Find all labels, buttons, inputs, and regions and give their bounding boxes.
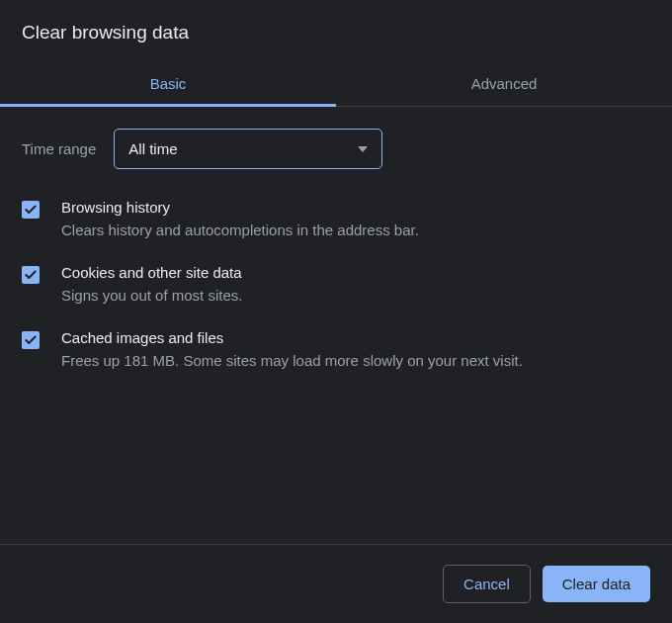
option-cache: Cached images and files Frees up 181 MB.…	[22, 329, 650, 369]
checkbox-cache[interactable]	[22, 331, 40, 349]
checkmark-icon	[24, 268, 38, 282]
option-title: Cookies and other site data	[61, 264, 242, 281]
option-text: Browsing history Clears history and auto…	[61, 199, 419, 238]
tab-basic[interactable]: Basic	[0, 61, 336, 106]
time-range-select[interactable]: All time	[114, 129, 382, 169]
option-desc: Frees up 181 MB. Some sites may load mor…	[61, 352, 523, 369]
option-desc: Signs you out of most sites.	[61, 287, 242, 304]
tab-bar: Basic Advanced	[0, 61, 672, 107]
option-title: Browsing history	[61, 199, 419, 216]
chevron-down-icon	[358, 146, 368, 152]
tab-advanced-label: Advanced	[471, 75, 538, 92]
tab-advanced[interactable]: Advanced	[336, 61, 672, 106]
option-cookies: Cookies and other site data Signs you ou…	[22, 264, 650, 304]
dialog-title: Clear browsing data	[0, 0, 672, 61]
time-range-label: Time range	[22, 140, 96, 157]
tab-basic-label: Basic	[150, 75, 187, 92]
checkmark-icon	[24, 203, 38, 217]
time-range-value: All time	[128, 140, 177, 157]
option-browsing-history: Browsing history Clears history and auto…	[22, 199, 650, 238]
checkbox-browsing-history[interactable]	[22, 201, 40, 219]
clear-data-button[interactable]: Clear data	[543, 566, 650, 602]
option-desc: Clears history and autocompletions in th…	[61, 222, 419, 238]
time-range-row: Time range All time	[22, 129, 650, 169]
cancel-button[interactable]: Cancel	[443, 565, 531, 603]
checkbox-cookies[interactable]	[22, 266, 40, 284]
option-title: Cached images and files	[61, 329, 523, 346]
dialog-content: Time range All time Browsing history Cle…	[0, 107, 672, 544]
clear-browsing-data-dialog: Clear browsing data Basic Advanced Time …	[0, 0, 672, 623]
dialog-footer: Cancel Clear data	[0, 544, 672, 623]
option-text: Cookies and other site data Signs you ou…	[61, 264, 242, 304]
checkmark-icon	[24, 333, 38, 347]
option-text: Cached images and files Frees up 181 MB.…	[61, 329, 523, 369]
